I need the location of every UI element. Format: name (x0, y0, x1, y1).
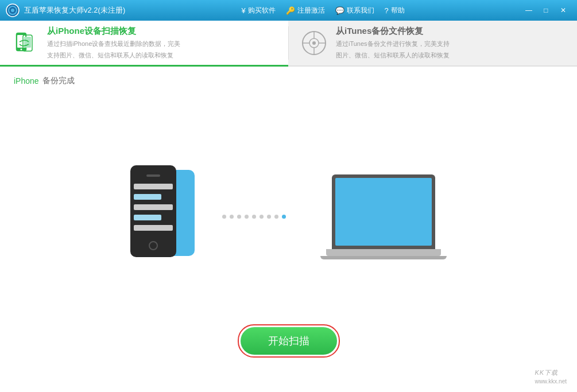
laptop-illustration (320, 174, 447, 259)
tab-iphone-text: 从iPhone设备扫描恢复 通过扫描iPhone设备查找最近删除的数据，完美 支… (47, 26, 180, 60)
scan-button-wrapper: 开始扫描 (238, 324, 340, 358)
svg-point-5 (21, 48, 22, 50)
maximize-button[interactable]: □ (538, 3, 554, 17)
breadcrumb-device[interactable]: iPhone (14, 76, 39, 86)
laptop-screen-inner (335, 178, 432, 246)
minimize-button[interactable]: — (521, 3, 537, 17)
phone-home-button (149, 241, 158, 250)
svg-point-10 (312, 41, 316, 45)
phone-line-5 (134, 225, 173, 231)
phone-line-4 (134, 215, 161, 220)
dot-9-active (282, 215, 286, 219)
phone-device (130, 165, 176, 257)
tab-itunes-icon (300, 29, 328, 57)
contact-nav[interactable]: 💬 联系我们 (335, 6, 374, 15)
close-button[interactable]: ✕ (555, 3, 571, 17)
tab-itunes-backup[interactable]: 从iTunes备份文件恢复 通过iTunes备份文件进行恢复，完美支持 图片、微… (289, 21, 577, 67)
dot-5 (252, 215, 256, 219)
dot-2 (230, 215, 234, 219)
laptop-foot (320, 256, 447, 259)
phone-line-2 (134, 194, 161, 200)
breadcrumb: iPhone 备份完成 (14, 76, 563, 86)
svg-point-2 (11, 9, 14, 12)
watermark: KK下载 www.kkx.net (535, 368, 567, 385)
help-nav[interactable]: ? 帮助 (385, 6, 405, 15)
progress-dots (222, 215, 286, 219)
dot-1 (222, 215, 226, 219)
phone-speaker (146, 174, 160, 177)
tab-iphone-desc1: 通过扫描iPhone设备查找最近删除的数据，完美 (47, 39, 180, 49)
tab-itunes-desc1: 通过iTunes备份文件进行恢复，完美支持 (336, 39, 450, 49)
tab-itunes-title: 从iTunes备份文件恢复 (336, 26, 450, 37)
app-logo-icon (6, 3, 20, 17)
dot-7 (267, 215, 271, 219)
tab-bar: 从iPhone设备扫描恢复 通过扫描iPhone设备查找最近删除的数据，完美 支… (0, 21, 577, 67)
illustration-area (14, 92, 563, 341)
tab-itunes-desc2: 图片、微信、短信和联系人的读取和恢复 (336, 51, 450, 60)
phone-line-3 (134, 204, 173, 210)
dot-3 (237, 215, 241, 219)
laptop-screen-outer (332, 174, 435, 249)
title-bar-left: 互盾苹果恢复大师v2.2(未注册) (6, 3, 125, 17)
dot-8 (274, 215, 278, 219)
breadcrumb-separator: 备份完成 (42, 76, 75, 86)
tab-iphone-scan[interactable]: 从iPhone设备扫描恢复 通过扫描iPhone设备查找最近删除的数据，完美 支… (0, 21, 288, 67)
register-nav[interactable]: 🔑 注册激活 (286, 6, 325, 15)
tab-iphone-icon (11, 29, 39, 57)
phone-illustration (130, 165, 188, 269)
dot-6 (260, 215, 264, 219)
content-area: iPhone 备份完成 (0, 67, 577, 392)
tab-iphone-desc2: 支持图片、微信、短信和联系人的读取和恢复 (47, 51, 180, 60)
laptop-base (326, 249, 441, 256)
dot-4 (245, 215, 249, 219)
window-controls: — □ ✕ (521, 3, 571, 17)
tab-itunes-text: 从iTunes备份文件恢复 通过iTunes备份文件进行恢复，完美支持 图片、微… (336, 26, 450, 60)
start-scan-button[interactable]: 开始扫描 (241, 327, 337, 355)
nav-bar: ¥ 购买软件 🔑 注册激活 💬 联系我们 ? 帮助 (241, 6, 404, 15)
buy-software-nav[interactable]: ¥ 购买软件 (241, 6, 275, 15)
scan-button-area: 开始扫描 (238, 324, 340, 358)
app-title: 互盾苹果恢复大师v2.2(未注册) (24, 5, 125, 15)
tab-iphone-title: 从iPhone设备扫描恢复 (47, 26, 180, 37)
phone-line-1 (134, 184, 173, 189)
title-bar: 互盾苹果恢复大师v2.2(未注册) ¥ 购买软件 🔑 注册激活 💬 联系我们 ?… (0, 0, 577, 21)
